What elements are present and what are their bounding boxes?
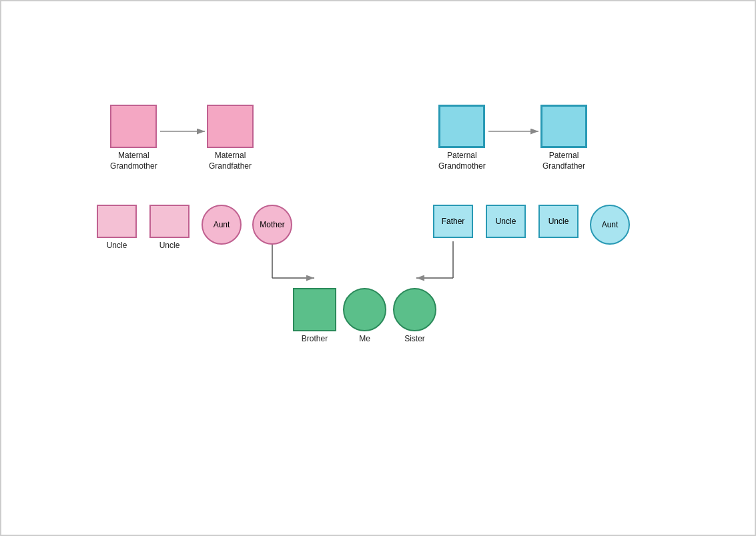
aunt-maternal-node: Aunt	[202, 205, 242, 247]
paternal-grandmother-label: PaternalGrandmother	[438, 151, 486, 171]
uncle-maternal-2-node: Uncle	[149, 205, 190, 251]
uncle-paternal-1-shape: Uncle	[486, 205, 526, 238]
mother-shape: Mother	[252, 205, 292, 245]
father-node: Father	[433, 205, 473, 241]
aunt-paternal-node: Aunt	[590, 205, 630, 247]
uncle-paternal-2-shape: Uncle	[538, 205, 579, 238]
aunt-maternal-shape: Aunt	[202, 205, 242, 245]
maternal-grandfather-shape	[207, 105, 254, 148]
paternal-grandfather-node: PaternalGrandfather	[540, 105, 587, 171]
uncle-maternal-2-label: Uncle	[159, 241, 180, 251]
uncle-maternal-2-shape	[149, 205, 190, 238]
arrows-overlay	[1, 1, 756, 536]
sister-node: Sister	[393, 288, 436, 345]
brother-label: Brother	[302, 334, 328, 345]
me-shape	[343, 288, 386, 331]
mother-node: Mother	[252, 205, 292, 247]
me-node: Me	[343, 288, 386, 345]
uncle-maternal-1-label: Uncle	[107, 241, 127, 251]
uncle-maternal-1-shape	[97, 205, 137, 238]
brother-shape	[293, 288, 336, 331]
uncle-paternal-1-node: Uncle	[486, 205, 526, 241]
paternal-grandfather-shape	[540, 105, 587, 148]
maternal-grandfather-label: MaternalGrandfather	[209, 151, 252, 171]
family-tree-canvas: MaternalGrandmother MaternalGrandfather …	[0, 0, 756, 536]
paternal-grandmother-node: PaternalGrandmother	[438, 105, 486, 171]
aunt-paternal-shape: Aunt	[590, 205, 630, 245]
uncle-maternal-1-node: Uncle	[97, 205, 137, 251]
sister-shape	[393, 288, 436, 331]
father-shape: Father	[433, 205, 473, 238]
brother-node: Brother	[293, 288, 336, 345]
paternal-grandmother-shape	[438, 105, 485, 148]
sister-label: Sister	[404, 334, 425, 345]
me-label: Me	[359, 334, 370, 345]
uncle-paternal-2-node: Uncle	[538, 205, 579, 241]
maternal-grandmother-shape	[110, 105, 157, 148]
maternal-grandmother-label: MaternalGrandmother	[110, 151, 157, 171]
paternal-grandfather-label: PaternalGrandfather	[542, 151, 585, 171]
maternal-grandmother-node: MaternalGrandmother	[110, 105, 157, 171]
maternal-grandfather-node: MaternalGrandfather	[207, 105, 254, 171]
